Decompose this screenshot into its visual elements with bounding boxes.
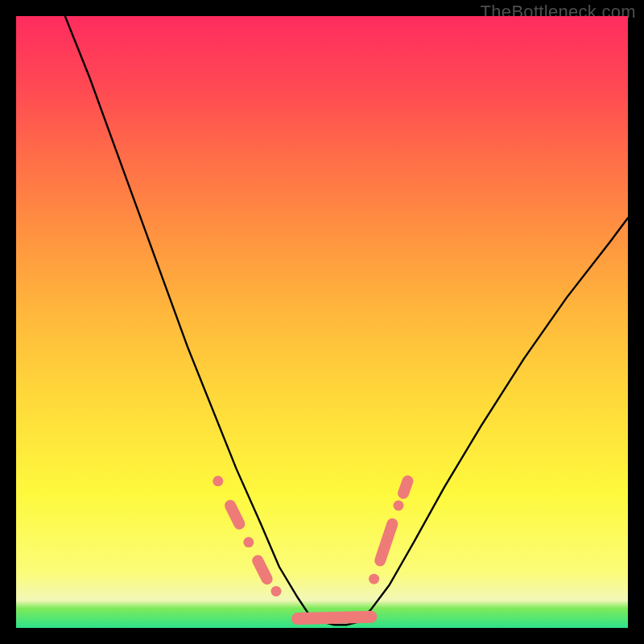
- marker-pill: [230, 506, 239, 524]
- bottleneck-curve: [65, 16, 628, 625]
- marker-pill: [258, 560, 266, 579]
- plot-area: [16, 16, 628, 628]
- marker-dot: [271, 586, 282, 597]
- marker-dot: [292, 613, 303, 625]
- marker-dot: [213, 476, 223, 486]
- marker-dot: [394, 501, 404, 511]
- marker-pill: [403, 481, 407, 493]
- curve-markers: [213, 476, 407, 625]
- marker-dot: [243, 537, 254, 547]
- marker-pill: [298, 617, 371, 618]
- marker-dot: [369, 574, 379, 584]
- chart-stage: TheBottleneck.com: [0, 0, 644, 644]
- marker-dot: [365, 611, 377, 622]
- bottleneck-chart: [16, 16, 628, 628]
- marker-pill: [380, 524, 392, 561]
